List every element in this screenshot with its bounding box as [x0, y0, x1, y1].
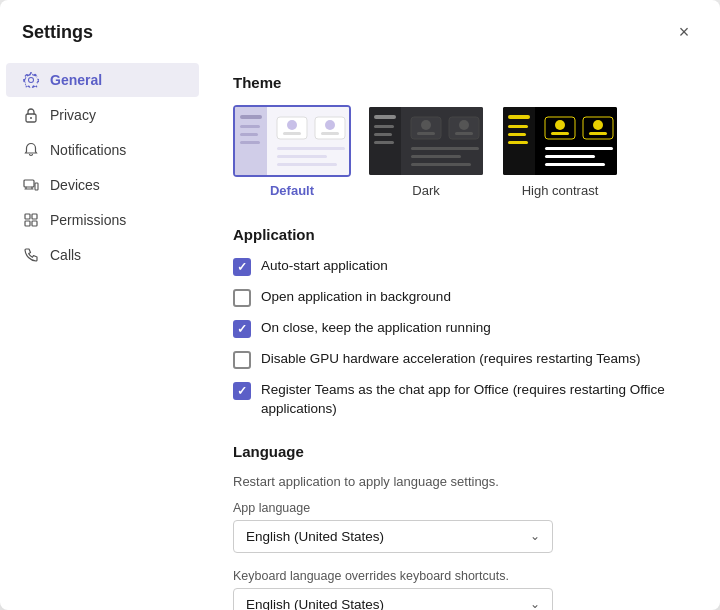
application-section: Application ✓ Auto-start application Ope… [233, 226, 692, 419]
svg-rect-45 [508, 133, 526, 136]
checkbox-row-3[interactable]: Disable GPU hardware acceleration (requi… [233, 350, 692, 369]
svg-rect-11 [240, 115, 262, 119]
application-section-title: Application [233, 226, 692, 243]
svg-point-32 [421, 120, 431, 130]
checkbox-row-0[interactable]: ✓ Auto-start application [233, 257, 692, 276]
svg-rect-39 [411, 163, 471, 166]
sidebar-label-general: General [50, 72, 102, 88]
checkbox-list: ✓ Auto-start application Open applicatio… [233, 257, 692, 419]
svg-rect-28 [374, 125, 394, 128]
checkbox-row-2[interactable]: ✓ On close, keep the application running [233, 319, 692, 338]
checkbox-4[interactable]: ✓ [233, 382, 251, 400]
svg-rect-12 [240, 125, 260, 128]
checkbox-0[interactable]: ✓ [233, 258, 251, 276]
theme-preview-default [233, 105, 351, 177]
keyboard-language-chevron-icon: ⌄ [530, 597, 540, 610]
checkbox-label-4: Register Teams as the chat app for Offic… [261, 381, 692, 419]
close-button[interactable]: × [670, 18, 698, 46]
svg-point-51 [593, 120, 603, 130]
phone-icon [22, 246, 40, 264]
sidebar-item-permissions[interactable]: Permissions [6, 203, 199, 237]
svg-rect-46 [508, 141, 528, 144]
checkbox-row-4[interactable]: ✓ Register Teams as the chat app for Off… [233, 381, 692, 419]
svg-rect-2 [24, 180, 34, 187]
sidebar: General Privacy [0, 54, 205, 610]
dialog-header: Settings × [0, 0, 720, 54]
svg-rect-43 [508, 115, 530, 119]
svg-rect-37 [411, 147, 479, 150]
theme-section: Theme [233, 74, 692, 198]
keyboard-language-select[interactable]: English (United States) ⌄ [233, 588, 553, 610]
sidebar-item-privacy[interactable]: Privacy [6, 98, 199, 132]
sidebar-label-permissions: Permissions [50, 212, 126, 228]
dialog-body: General Privacy [0, 54, 720, 610]
settings-dialog: Settings × General [0, 0, 720, 610]
theme-options: Default [233, 105, 692, 198]
svg-rect-6 [25, 221, 30, 226]
checkbox-2[interactable]: ✓ [233, 320, 251, 338]
theme-preview-hc [501, 105, 619, 177]
theme-option-default[interactable]: Default [233, 105, 351, 198]
theme-label-default: Default [270, 183, 314, 198]
checkbox-row-1[interactable]: Open application in background [233, 288, 692, 307]
svg-rect-7 [32, 221, 37, 226]
checkbox-label-1: Open application in background [261, 288, 451, 307]
lock-icon [22, 106, 40, 124]
app-language-value: English (United States) [246, 529, 384, 544]
svg-rect-36 [455, 132, 473, 135]
sidebar-label-calls: Calls [50, 247, 81, 263]
bell-icon [22, 141, 40, 159]
svg-rect-27 [374, 115, 396, 119]
theme-label-dark: Dark [412, 183, 439, 198]
svg-rect-30 [374, 141, 394, 144]
svg-rect-52 [589, 132, 607, 135]
sidebar-item-notifications[interactable]: Notifications [6, 133, 199, 167]
keyboard-language-label: Keyboard language overrides keyboard sho… [233, 569, 692, 583]
svg-rect-38 [411, 155, 461, 158]
svg-rect-33 [417, 132, 435, 135]
svg-rect-22 [277, 155, 327, 158]
checkbox-3[interactable] [233, 351, 251, 369]
svg-point-16 [287, 120, 297, 130]
language-subtitle: Restart application to apply language se… [233, 474, 692, 489]
theme-option-hc[interactable]: High contrast [501, 105, 619, 198]
sidebar-item-calls[interactable]: Calls [6, 238, 199, 272]
svg-rect-21 [277, 147, 345, 150]
svg-rect-4 [25, 214, 30, 219]
theme-option-dark[interactable]: Dark [367, 105, 485, 198]
svg-point-19 [325, 120, 335, 130]
svg-rect-17 [283, 132, 301, 135]
devices-icon [22, 176, 40, 194]
dialog-title: Settings [22, 22, 93, 43]
svg-rect-53 [545, 147, 613, 150]
theme-section-title: Theme [233, 74, 692, 91]
svg-rect-3 [35, 183, 38, 190]
sidebar-item-devices[interactable]: Devices [6, 168, 199, 202]
svg-point-1 [30, 117, 32, 119]
sidebar-label-devices: Devices [50, 177, 100, 193]
svg-rect-29 [374, 133, 392, 136]
keyboard-language-value: English (United States) [246, 597, 384, 610]
svg-rect-55 [545, 163, 605, 166]
app-language-label: App language [233, 501, 692, 515]
svg-rect-14 [240, 141, 260, 144]
app-language-chevron-icon: ⌄ [530, 529, 540, 543]
sidebar-item-general[interactable]: General [6, 63, 199, 97]
svg-rect-44 [508, 125, 528, 128]
svg-rect-13 [240, 133, 258, 136]
checkbox-label-2: On close, keep the application running [261, 319, 491, 338]
sidebar-label-notifications: Notifications [50, 142, 126, 158]
gear-icon [22, 71, 40, 89]
svg-point-48 [555, 120, 565, 130]
svg-rect-5 [32, 214, 37, 219]
checkbox-1[interactable] [233, 289, 251, 307]
theme-preview-dark [367, 105, 485, 177]
permissions-icon [22, 211, 40, 229]
checkbox-label-3: Disable GPU hardware acceleration (requi… [261, 350, 640, 369]
app-language-select[interactable]: English (United States) ⌄ [233, 520, 553, 553]
svg-rect-23 [277, 163, 337, 166]
svg-rect-49 [551, 132, 569, 135]
svg-rect-54 [545, 155, 595, 158]
main-content: Theme [205, 54, 720, 610]
checkbox-label-0: Auto-start application [261, 257, 388, 276]
